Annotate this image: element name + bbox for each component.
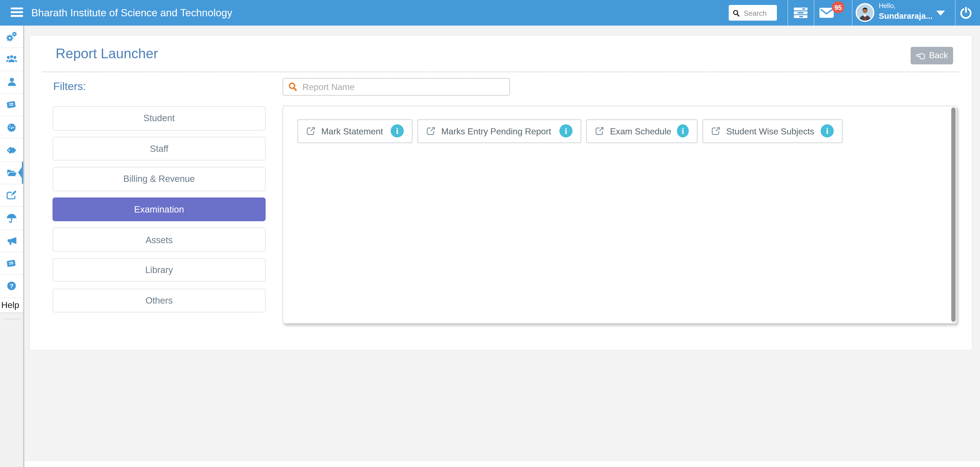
report-launcher-card: Report Launcher Back Filters: StudentSta… [29,35,972,351]
mail-count-badge: 95 [832,2,844,13]
report-card-label: Marks Entry Pending Report [441,126,551,136]
report-card-label: Mark Statement [321,126,383,136]
gears-icon [6,31,18,43]
report-card-marks-entry-pending-report[interactable]: Marks Entry Pending Reporti [417,119,581,143]
topbar-divider [813,0,814,25]
menu-icon[interactable] [11,8,23,18]
sidebar-footer [0,313,23,467]
mail-icon[interactable] [819,8,834,18]
sidebar-item-folder-open[interactable] [0,162,23,184]
users-icon [6,53,18,65]
active-indicator-arrow [18,167,22,178]
filter-button-student[interactable]: Student [52,106,266,130]
topbar-divider [852,0,852,25]
book-icon [6,257,18,269]
sidebar-item-help-circle[interactable]: ? [0,275,23,298]
page-title: Report Launcher [56,44,158,63]
report-name-search[interactable] [282,78,510,96]
sidebar-item-megaphone[interactable] [0,230,23,252]
info-icon[interactable]: i [677,124,689,138]
sidebar-item-tags[interactable] [0,139,23,162]
sidebar-item-umbrella[interactable] [0,207,23,230]
report-card-label: Student Wise Subjects [726,126,815,136]
info-icon[interactable]: i [821,124,834,138]
report-list: Mark StatementiMarks Entry Pending Repor… [298,119,843,143]
dashboard-icon [6,121,18,133]
power-icon[interactable] [959,6,972,20]
greeting-hello: Hello, [879,3,932,9]
info-icon[interactable]: i [559,124,573,138]
filter-button-others[interactable]: Others [52,288,266,313]
sidebar-item-book[interactable] [0,253,23,275]
report-card-label: Exam Schedule [610,126,671,136]
search-icon [288,82,298,91]
report-card-mark-statement[interactable]: Mark Statementi [298,119,413,143]
avatar[interactable] [856,3,874,22]
external-link-icon [306,126,315,136]
filter-list: StudentStaffBilling & RevenueExamination… [52,106,266,319]
book-icon [6,99,18,111]
app-window: Bharath Institute of Science and Technol… [0,0,980,467]
external-link-icon [595,126,604,136]
sidebar-item-edit[interactable] [0,184,23,207]
sidebar-item-gears[interactable] [0,25,23,48]
caret-down-icon[interactable] [936,11,945,16]
search-icon [732,9,740,17]
external-link-icon [711,126,721,136]
topbar-divider [788,0,788,25]
tags-icon [6,144,18,156]
filter-button-staff[interactable]: Staff [52,137,266,160]
top-navbar: Bharath Institute of Science and Technol… [0,0,980,25]
main-content-area: Report Launcher Back Filters: StudentSta… [24,25,980,461]
sidebar-item-user[interactable] [0,71,23,94]
filter-button-examination[interactable]: Examination [52,197,266,221]
sidebar-help-link[interactable]: Help [0,298,23,311]
report-name-input[interactable] [301,81,509,92]
back-button[interactable]: Back [911,47,953,64]
app-title: Bharath Institute of Science and Technol… [31,0,232,25]
report-card-exam-schedule[interactable]: Exam Schedulei [586,119,698,143]
back-button-label: Back [929,51,948,60]
user-icon [6,76,18,88]
report-card-student-wise-subjects[interactable]: Student Wise Subjectsi [703,119,843,143]
external-link-icon [426,126,436,136]
folder-open-icon [6,167,18,179]
megaphone-icon [6,235,18,247]
hand-point-left-icon [916,52,925,59]
topbar-divider [955,0,955,25]
help-circle-icon: ? [6,280,18,292]
server-bars-icon[interactable] [794,8,807,18]
filters-heading: Filters: [53,80,86,93]
left-sidebar: ?Help [0,25,24,467]
global-search[interactable] [729,5,777,21]
sidebar-item-book[interactable] [0,94,23,116]
filter-button-assets[interactable]: Assets [52,228,266,252]
reports-panel: Mark StatementiMarks Entry Pending Repor… [282,106,956,324]
sidebar-icon-list: ?Help [0,25,23,313]
umbrella-icon [6,212,18,224]
search-input[interactable] [743,8,773,17]
user-greeting[interactable]: Hello, Sundararaja... [879,3,932,20]
sidebar-footer-divider [3,319,21,319]
edit-icon [6,189,18,201]
filter-button-billing-revenue[interactable]: Billing & Revenue [52,167,266,191]
sidebar-item-dashboard[interactable] [0,116,23,139]
sidebar-item-users[interactable] [0,48,23,71]
title-divider [43,71,959,73]
filter-button-library[interactable]: Library [52,258,266,282]
info-icon[interactable]: i [391,124,404,138]
panel-scrollbar[interactable] [951,107,955,322]
greeting-username: Sundararaja... [879,11,932,20]
svg-text:?: ? [10,283,14,289]
